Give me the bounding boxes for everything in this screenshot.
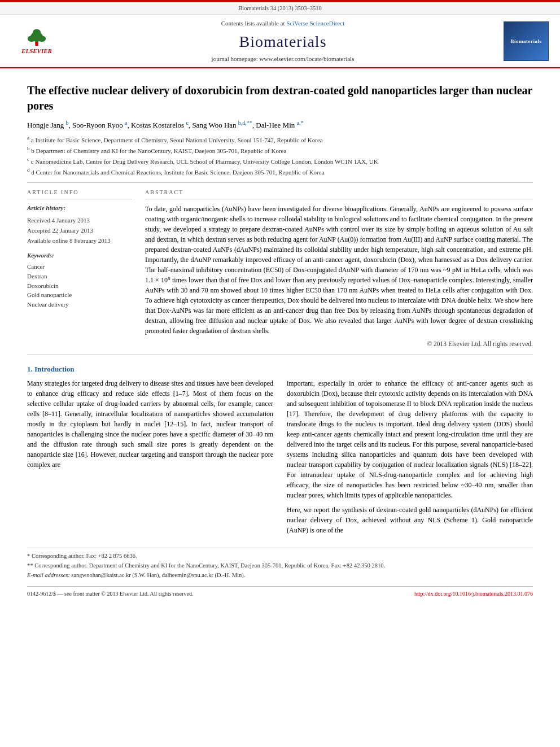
sciverse-link[interactable]: SciVerse ScienceDirect bbox=[286, 20, 344, 27]
body-content: 1. Introduction Many strategies for targ… bbox=[27, 364, 533, 599]
accepted-date: Accepted 22 January 2013 bbox=[27, 226, 132, 235]
article-history-label: Article history: bbox=[27, 204, 132, 213]
article-info-heading: ARTICLE INFO bbox=[27, 189, 132, 199]
affiliation-a: a a Institute for Basic Science, Departm… bbox=[27, 134, 533, 145]
content-area: The effective nuclear delivery of doxoru… bbox=[0, 68, 560, 610]
authors: Hongje Jang b, Soo-Ryoon Ryoo a, Kostas … bbox=[27, 119, 533, 131]
keyword-2: Dextran bbox=[27, 272, 132, 281]
keyword-1: Cancer bbox=[27, 263, 132, 272]
footer-issn: 0142-9612/$ — see front matter © 2013 El… bbox=[27, 590, 193, 599]
footer-doi[interactable]: http://dx.doi.org/10.1016/j.biomaterials… bbox=[414, 590, 533, 599]
journal-homepage: journal homepage: www.elsevier.com/locat… bbox=[73, 55, 492, 64]
elsevier-text: ELSEVIER bbox=[21, 47, 52, 56]
footer-bar: 0142-9612/$ — see front matter © 2013 El… bbox=[27, 586, 533, 599]
footnotes: * Corresponding author. Fax: +82 2 875 6… bbox=[27, 548, 533, 580]
biomaterials-badge: Biomaterials bbox=[504, 21, 549, 61]
article-title: The effective nuclear delivery of doxoru… bbox=[27, 83, 533, 113]
abstract-col: ABSTRACT To date, gold nanoparticles (Au… bbox=[145, 189, 533, 348]
affiliation-d: d d Center for Nanomaterials and Chemica… bbox=[27, 167, 533, 177]
available-date: Available online 8 February 2013 bbox=[27, 237, 132, 246]
svg-point-4 bbox=[33, 29, 41, 37]
keyword-4: Gold nanoparticle bbox=[27, 291, 132, 300]
body-col-left: Many strategies for targeted drug delive… bbox=[27, 378, 273, 540]
page-wrapper: Biomaterials 34 (2013) 3503–3510 ELSEVIE… bbox=[0, 0, 560, 610]
section1-title: 1. Introduction bbox=[27, 364, 533, 375]
keyword-5: Nuclear delivery bbox=[27, 300, 132, 309]
body-col-right: important, especially in order to enhanc… bbox=[287, 378, 533, 540]
article-info-col: ARTICLE INFO Article history: Received 4… bbox=[27, 189, 132, 348]
copyright: © 2013 Elsevier Ltd. All rights reserved… bbox=[145, 339, 533, 349]
svg-point-3 bbox=[38, 36, 46, 42]
intro-para-2: important, especially in order to enhanc… bbox=[287, 378, 533, 500]
body-two-col: Many strategies for targeted drug delive… bbox=[27, 378, 533, 540]
intro-para-3: Here, we report the synthesis of dextran… bbox=[287, 505, 533, 535]
svg-point-2 bbox=[28, 36, 36, 42]
footnote-emails: E-mail addresses: sangwoohan@kaist.ac.kr… bbox=[27, 571, 533, 579]
contents-available: Contents lists available at SciVerse Sci… bbox=[73, 19, 492, 28]
keywords-section: Keywords: Cancer Dextran Doxorubicin Gol… bbox=[27, 251, 132, 310]
header-center: Contents lists available at SciVerse Sci… bbox=[62, 19, 504, 63]
badge-label: Biomaterials bbox=[511, 38, 542, 45]
journal-meta: Biomaterials 34 (2013) 3503–3510 bbox=[238, 5, 321, 11]
elsevier-tree-icon bbox=[20, 27, 54, 47]
intro-para-1: Many strategies for targeted drug delive… bbox=[27, 378, 273, 470]
journal-header: ELSEVIER Contents lists available at Sci… bbox=[0, 15, 560, 68]
keyword-3: Doxorubicin bbox=[27, 282, 132, 291]
footnote-star: * Corresponding author. Fax: +82 2 875 6… bbox=[27, 552, 533, 560]
top-info-bar: Biomaterials 34 (2013) 3503–3510 bbox=[0, 2, 560, 15]
keywords-label: Keywords: bbox=[27, 251, 132, 260]
affiliations: a a Institute for Basic Science, Departm… bbox=[27, 134, 533, 177]
elsevier-logo: ELSEVIER bbox=[11, 26, 62, 57]
journal-title: Biomaterials bbox=[73, 30, 492, 54]
received-date: Received 4 January 2013 bbox=[27, 216, 132, 225]
affiliation-c: c c Nanomedicine Lab, Centre for Drug De… bbox=[27, 156, 533, 166]
divider-2 bbox=[27, 355, 533, 355]
affiliation-b: b b Department of Chemistry and KI for t… bbox=[27, 145, 533, 155]
abstract-heading: ABSTRACT bbox=[145, 189, 533, 199]
info-abstract-section: ARTICLE INFO Article history: Received 4… bbox=[27, 189, 533, 348]
footnote-star-star: ** Corresponding author. Department of C… bbox=[27, 561, 533, 570]
abstract-text: To date, gold nanoparticles (AuNPs) have… bbox=[145, 204, 533, 336]
divider bbox=[27, 182, 533, 183]
